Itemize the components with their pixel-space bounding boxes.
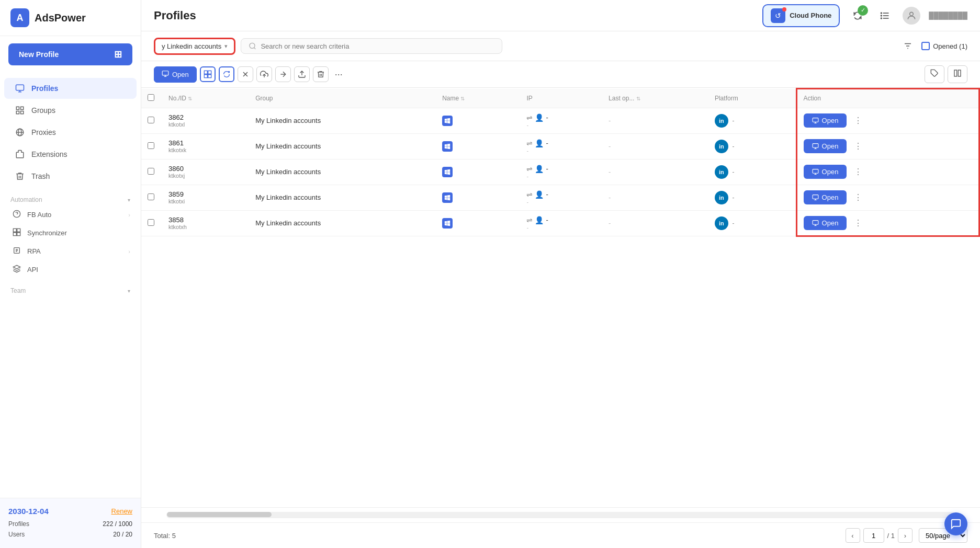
sidebar-item-label: Groups xyxy=(31,106,55,115)
more-options-button[interactable]: ··· xyxy=(332,69,346,80)
action-btn-3[interactable] xyxy=(219,66,234,82)
action-btn-2[interactable] xyxy=(200,66,216,82)
filter-settings-button[interactable] xyxy=(898,37,917,55)
page-number-input[interactable] xyxy=(863,528,884,543)
opened-square-icon xyxy=(921,42,930,50)
row-open-button[interactable]: Open xyxy=(804,139,847,153)
platform-badge: in xyxy=(715,114,728,128)
cloud-phone-label: Cloud Phone xyxy=(790,12,831,19)
last-op-cell: - xyxy=(602,133,708,159)
new-profile-button[interactable]: New Profile ⊞ xyxy=(8,43,132,65)
row-checkbox[interactable] xyxy=(148,142,154,149)
user-icon: 👤 xyxy=(535,216,544,224)
svg-rect-11 xyxy=(17,233,20,236)
action-btn-export[interactable] xyxy=(294,66,310,82)
users-quota: 20 / 20 xyxy=(113,531,132,538)
sidebar-item-api[interactable]: API xyxy=(0,260,141,279)
page-title: Profiles xyxy=(154,9,196,22)
os-icon xyxy=(442,192,453,203)
row-checkbox[interactable] xyxy=(148,193,154,200)
profiles-quota: 222 / 1000 xyxy=(103,520,132,528)
columns-button[interactable] xyxy=(948,65,967,83)
extensions-icon xyxy=(15,149,25,159)
cloud-phone-button[interactable]: ↺ Cloud Phone xyxy=(762,4,840,27)
col-ip: IP xyxy=(520,89,602,108)
sidebar-item-synchronizer[interactable]: Synchronizer xyxy=(0,224,141,242)
next-page-button[interactable]: › xyxy=(898,528,913,543)
row-open-button[interactable]: Open xyxy=(804,113,847,128)
menu-button[interactable] xyxy=(875,6,894,25)
row-checkbox[interactable] xyxy=(148,117,154,123)
label-button[interactable] xyxy=(925,65,944,83)
action-btn-close[interactable] xyxy=(238,66,253,82)
sidebar-item-label: Proxies xyxy=(31,128,56,136)
row-open-button[interactable]: Open xyxy=(804,165,847,179)
users-label: Users xyxy=(8,531,25,538)
col-name: Name ⇅ xyxy=(436,89,520,108)
opened-badge[interactable]: Opened (1) xyxy=(921,42,967,50)
platform-badge: in xyxy=(715,165,728,179)
row-open-button[interactable]: Open xyxy=(804,190,847,204)
notification-dot xyxy=(782,7,786,12)
row-open-button[interactable]: Open xyxy=(804,216,847,230)
row-more-button[interactable]: ⋮ xyxy=(851,166,865,178)
sidebar-item-fb-auto[interactable]: FB Auto › xyxy=(0,206,141,224)
row-more-button[interactable]: ⋮ xyxy=(851,217,865,229)
sync-icon xyxy=(13,228,21,238)
profile-group: My Linkedin accounts xyxy=(249,159,436,185)
ip-cell: ⇌ 👤 - xyxy=(526,190,596,199)
profile-id: 3860 xyxy=(168,165,243,173)
prev-page-button[interactable]: ‹ xyxy=(846,528,860,543)
header: Profiles ↺ Cloud Phone ✓ ████████ xyxy=(141,0,980,31)
svg-rect-52 xyxy=(813,195,818,199)
action-btn-upload[interactable] xyxy=(256,66,272,82)
sidebar-sub-label: API xyxy=(27,266,38,273)
action-btn-delete[interactable] xyxy=(313,66,329,82)
refresh-button[interactable]: ✓ xyxy=(848,6,867,25)
expire-date: 2030-12-04 xyxy=(8,507,49,516)
svg-rect-8 xyxy=(13,229,16,232)
svg-rect-0 xyxy=(16,85,24,90)
horizontal-scrollbar[interactable] xyxy=(166,512,955,518)
sidebar-item-extensions[interactable]: Extensions xyxy=(4,144,137,165)
sidebar-item-trash[interactable]: Trash xyxy=(4,166,137,187)
sidebar-item-proxies[interactable]: Proxies xyxy=(4,122,137,143)
table-row: 3859 ktkotxi My Linkedin accounts ⇌ 👤 - … xyxy=(141,185,979,210)
row-more-button[interactable]: ⋮ xyxy=(851,115,865,127)
sidebar-item-groups[interactable]: Groups xyxy=(4,100,137,121)
sidebar-sub-label: RPA xyxy=(27,247,41,255)
renew-link[interactable]: Renew xyxy=(111,507,132,515)
new-profile-label: New Profile xyxy=(19,50,59,59)
team-section[interactable]: Team ▾ xyxy=(0,279,141,296)
select-all-checkbox[interactable] xyxy=(148,94,154,101)
open-button[interactable]: Open xyxy=(154,66,197,83)
support-button[interactable] xyxy=(944,512,967,535)
status-check-icon: ✓ xyxy=(858,5,868,16)
action-btn-move[interactable] xyxy=(275,66,291,82)
automation-section[interactable]: Automation ▾ xyxy=(0,188,141,206)
trash-icon xyxy=(15,171,25,181)
row-more-button[interactable]: ⋮ xyxy=(851,140,865,152)
os-icon xyxy=(442,116,453,126)
page-total: / 1 xyxy=(887,532,895,540)
sidebar-item-profiles[interactable]: Profiles xyxy=(4,78,137,99)
row-more-button[interactable]: ⋮ xyxy=(851,191,865,203)
svg-rect-41 xyxy=(954,70,957,76)
ip-cell: ⇌ 👤 - xyxy=(526,113,596,122)
row-checkbox[interactable] xyxy=(148,168,154,175)
filter-dropdown[interactable]: y Linkedin accounts ▾ xyxy=(154,38,235,55)
rpa-arrow: › xyxy=(128,248,130,255)
search-bar[interactable] xyxy=(241,38,502,54)
user-icon: 👤 xyxy=(535,139,544,147)
search-input[interactable] xyxy=(261,42,494,50)
user-icon: 👤 xyxy=(535,190,544,199)
svg-point-23 xyxy=(250,43,255,48)
open-button-icon xyxy=(162,70,169,79)
col-action: Action xyxy=(796,89,979,108)
proxies-icon xyxy=(15,127,25,138)
network-icon: ⇌ xyxy=(526,139,533,147)
os-icon xyxy=(442,141,453,152)
svg-rect-55 xyxy=(813,220,818,224)
sidebar-item-rpa[interactable]: RPA › xyxy=(0,242,141,260)
row-checkbox[interactable] xyxy=(148,219,154,226)
